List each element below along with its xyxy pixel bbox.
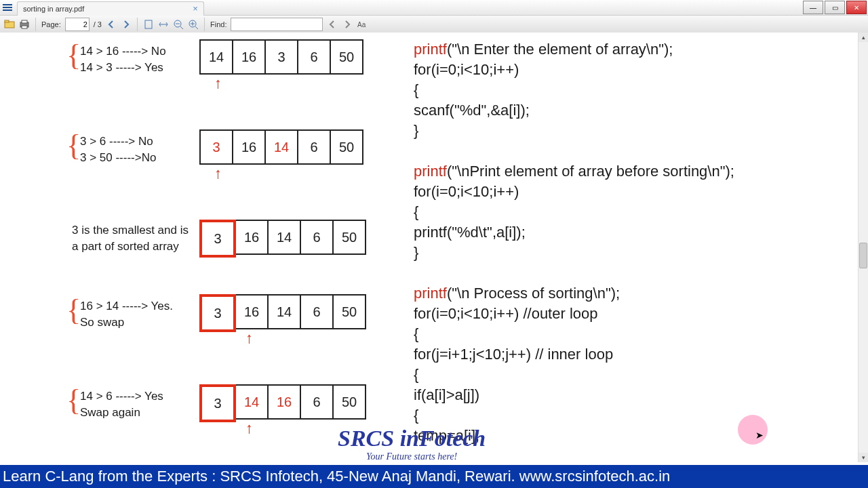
banner-text: Learn C-Lang from the Experts : SRCS Inf… (3, 468, 670, 485)
code-text: ("\n Enter the element of array\n"); (447, 41, 673, 58)
brace-icon: { (66, 132, 81, 159)
code-line: for(i=0;i<10;i++) //outer loop (414, 304, 734, 324)
code-line: scanf("%d",&a[i]); (414, 100, 734, 121)
array-cell: 6 (297, 39, 331, 75)
pdf-content: {14 > 16 -----> No14 > 3 -----> Yes14163… (0, 33, 859, 462)
close-tab-icon[interactable]: × (193, 3, 198, 14)
array-cell: 50 (330, 39, 363, 75)
array-row: 31614650 (199, 220, 366, 258)
next-page-icon[interactable] (121, 19, 132, 30)
code-line: } (414, 243, 734, 263)
fit-page-icon[interactable] (143, 19, 154, 30)
condition-text: 14 > 6 -----> YesSwap again (80, 388, 163, 421)
svg-line-10 (195, 26, 198, 29)
code-line: printf("\n Enter the element of array\n"… (414, 39, 734, 60)
code-line: { (414, 405, 734, 426)
array-cell: 50 (332, 294, 366, 329)
array-cell: 50 (332, 384, 366, 420)
code-keyword: printf (414, 41, 447, 58)
array-cell: 14 (267, 220, 301, 255)
code-text: for(i=0;i<10;i++) //outer loop (414, 305, 598, 322)
svg-rect-1 (5, 20, 9, 22)
array-row: 31416650 (199, 384, 366, 422)
toolbar: Page: / 3 Find: Aa (0, 16, 868, 34)
minimize-button[interactable]: — (803, 1, 823, 14)
code-text: ("\nPrint element of array before sortin… (447, 163, 734, 180)
array-cell: 16 (235, 294, 269, 329)
code-line: printf("\nPrint element of array before … (414, 161, 734, 182)
hamburger-icon[interactable] (0, 0, 15, 15)
sort-step-0: {14 > 16 -----> No14 > 3 -----> Yes14163… (66, 39, 385, 104)
condition-text: 14 > 16 -----> No14 > 3 -----> Yes (80, 43, 166, 76)
sort-step-1: {3 > 6 -----> No3 > 50 ----->No31614650↑ (66, 129, 385, 194)
pointer-arrow-icon: ↑ (245, 420, 253, 437)
array-cell: 6 (297, 129, 331, 165)
watermark: SRCS inFotech Your Future starts here! (338, 426, 486, 462)
brace-icon: { (66, 387, 81, 414)
sort-step-3: {16 > 14 -----> Yes.So swap31614650↑ (66, 294, 385, 359)
prev-page-icon[interactable] (106, 19, 117, 30)
condition-text: 3 > 6 -----> No3 > 50 ----->No (80, 134, 156, 166)
code-line (414, 263, 734, 283)
code-line: for(j=i+1;j<10;j++) // inner loop (414, 344, 734, 365)
array-cell: 14 (267, 294, 301, 329)
svg-rect-5 (145, 20, 152, 28)
array-cell: 14 (235, 384, 269, 420)
svg-rect-4 (22, 26, 27, 28)
code-text: { (414, 366, 418, 383)
code-text: { (414, 203, 418, 220)
maximize-button[interactable]: ▭ (825, 1, 845, 14)
footer-banner: Learn C-Lang from the Experts : SRCS Inf… (0, 465, 868, 488)
array-cell: 14 (264, 129, 298, 165)
pointer-arrow-icon: ↑ (214, 75, 222, 92)
code-block: printf("\n Enter the element of array\n"… (414, 39, 734, 446)
titlebar: sorting in array.pdf × — ▭ ✕ (0, 0, 868, 16)
find-prev-icon[interactable] (327, 19, 338, 30)
brace-icon: { (66, 297, 81, 324)
find-next-icon[interactable] (342, 19, 353, 30)
code-text: for(i=0;i<10;i++) (414, 183, 519, 200)
code-line: { (414, 365, 734, 385)
code-text (414, 142, 418, 159)
array-cell: 6 (300, 384, 334, 420)
code-text: { (414, 407, 418, 424)
code-keyword: printf (414, 285, 447, 302)
zoom-out-icon[interactable] (173, 19, 184, 30)
code-text: scanf("%d",&a[i]); (414, 102, 530, 119)
svg-text:Aa: Aa (357, 21, 366, 28)
code-line (414, 141, 734, 161)
condition-text: 16 > 14 -----> Yes.So swap (80, 298, 173, 331)
find-input[interactable] (231, 18, 323, 31)
code-text (414, 264, 418, 281)
scroll-up-icon[interactable]: ▴ (859, 33, 868, 42)
print-icon[interactable] (19, 19, 30, 30)
page-number-input[interactable] (65, 18, 90, 31)
array-cell: 50 (330, 129, 363, 165)
array-cell: 16 (232, 129, 266, 165)
array-row: 14163650 (199, 39, 363, 75)
page-total: / 3 (94, 20, 102, 28)
close-window-button[interactable]: ✕ (846, 1, 867, 14)
code-line: if(a[i]>a[j]) (414, 385, 734, 405)
vertical-scrollbar[interactable]: ▴ ▾ (858, 33, 868, 462)
document-tab[interactable]: sorting in array.pdf × (17, 1, 204, 16)
code-text: for(i=0;i<10;i++) (414, 61, 519, 78)
zoom-in-icon[interactable] (188, 19, 199, 30)
watermark-subtitle: Your Future starts here! (338, 451, 486, 462)
array-cell: 50 (332, 220, 366, 255)
pointer-arrow-icon: ↑ (214, 165, 222, 182)
array-cell: 3 (199, 384, 236, 422)
find-label: Find: (210, 20, 226, 28)
array-row: 31614650 (199, 294, 366, 332)
match-case-icon[interactable]: Aa (357, 19, 368, 30)
scroll-down-icon[interactable]: ▾ (859, 453, 868, 462)
window-controls: — ▭ ✕ (803, 1, 868, 14)
code-line: { (414, 80, 734, 100)
open-file-icon[interactable] (4, 19, 15, 30)
fit-width-icon[interactable] (158, 19, 169, 30)
page-label: Page: (41, 20, 61, 28)
scrollbar-thumb[interactable] (859, 243, 867, 268)
code-keyword: printf (414, 163, 447, 180)
code-text: ("\n Process of sorting\n"); (447, 285, 620, 302)
sort-step-2: 3 is the smallest and is a part of sorte… (66, 220, 385, 268)
